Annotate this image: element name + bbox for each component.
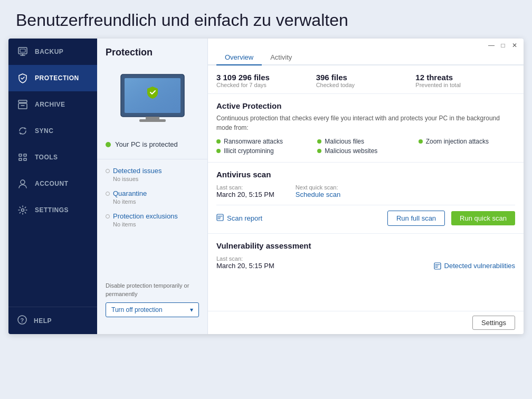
svg-rect-1 (20, 49, 25, 52)
feature-dot-malicious-websites (317, 149, 321, 153)
detected-issues-nav[interactable]: Detected issues No issues (97, 162, 207, 184)
feature-zoom-injection: Zoom injection attacks (419, 138, 515, 145)
feature-cryptomining: Illicit cryptomining (216, 147, 313, 155)
middle-panel: Protection (97, 39, 208, 334)
protection-exclusions-sub: No items (106, 221, 199, 227)
sidebar-item-account-label: Account (35, 180, 69, 187)
feature-ransomware: Ransomware attacks (216, 138, 313, 145)
sidebar-item-protection-label: Protection (35, 74, 79, 82)
stat-threats: 12 threats Prevented in total (415, 73, 515, 88)
app-container: Backup Protection Archive (8, 39, 524, 334)
feature-zoom-injection-label: Zoom injection attacks (426, 138, 489, 145)
last-scan-value: March 20, 5:15 PM (216, 191, 274, 198)
next-scan-label: Next quick scan: (296, 184, 340, 191)
sidebar-item-account[interactable]: Account (8, 170, 97, 197)
sidebar-item-tools[interactable]: Tools (8, 144, 97, 170)
settings-button[interactable]: Settings (472, 316, 515, 330)
tools-icon (17, 151, 28, 163)
sidebar-item-archive-label: Archive (35, 101, 65, 108)
help-icon: ? (17, 315, 27, 327)
svg-rect-16 (139, 119, 166, 122)
sidebar-item-help[interactable]: ? Help (8, 307, 97, 334)
feature-dot-ransomware (216, 139, 221, 144)
run-quick-scan-button[interactable]: Run quick scan (451, 211, 515, 225)
scan-report-text: Scan report (227, 214, 262, 222)
monitor-container (97, 66, 207, 138)
page-heading: Benutzerfreundlich und einfach zu verwal… (0, 0, 532, 39)
sidebar-item-settings[interactable]: Settings (8, 197, 97, 223)
protected-text: Your PC is protected (115, 140, 178, 148)
stat-files-7days-label: Checked for 7 days (216, 82, 316, 88)
turn-off-desc: Disable protection temporarily or perman… (106, 282, 199, 298)
stat-files-7days-number: 3 109 296 files (216, 73, 316, 82)
stat-files-today-number: 396 files (316, 73, 416, 82)
sidebar-item-backup[interactable]: Backup (8, 39, 97, 65)
sidebar-item-sync[interactable]: Sync (8, 118, 97, 144)
run-full-scan-button[interactable]: Run full scan (387, 211, 445, 226)
settings-icon (17, 204, 28, 216)
stat-threats-number: 12 threats (415, 73, 515, 82)
middle-title: Protection (97, 47, 207, 66)
tab-overview[interactable]: Overview (216, 49, 262, 65)
sidebar-item-archive[interactable]: Archive (8, 91, 97, 118)
vuln-last-scan-value: March 20, 5:15 PM (216, 262, 274, 270)
quarantine-label: Quarantine (113, 189, 147, 197)
stats-row: 3 109 296 files Checked for 7 days 396 f… (208, 65, 524, 94)
backup-icon (17, 46, 28, 58)
feature-ransomware-label: Ransomware attacks (224, 138, 283, 145)
vuln-scan-info: Last scan: March 20, 5:15 PM (216, 255, 274, 270)
last-scan-info: Last scan: March 20, 5:15 PM (216, 184, 274, 198)
detected-issues-sub: No issues (106, 176, 199, 182)
feature-cryptomining-label: Illicit cryptomining (224, 147, 274, 155)
nav-bullet-detected (106, 169, 110, 173)
protection-exclusions-label: Protection exclusions (113, 212, 178, 220)
next-scan-info: Next quick scan: Schedule scan (296, 184, 340, 198)
stat-threats-label: Prevented in total (415, 82, 515, 88)
detected-issues-label: Detected issues (113, 167, 162, 175)
sidebar-item-backup-label: Backup (35, 48, 63, 55)
protection-icon (17, 72, 28, 84)
vulnerability-title: Vulnerability assessment (216, 241, 515, 250)
stat-files-today: 396 files Checked today (316, 73, 416, 88)
schedule-scan-link[interactable]: Schedule scan (296, 191, 340, 198)
tabs-row: Overview Activity (208, 49, 524, 65)
sync-icon (17, 125, 28, 137)
svg-rect-4 (19, 154, 22, 156)
archive-icon (17, 99, 28, 110)
svg-rect-5 (24, 154, 26, 156)
stat-files-7days: 3 109 296 files Checked for 7 days (216, 73, 316, 88)
quarantine-sub: No items (106, 198, 199, 205)
turn-off-protection-button[interactable]: Turn off protection ▾ (106, 302, 199, 317)
tab-activity[interactable]: Activity (262, 49, 300, 65)
sidebar-item-sync-label: Sync (35, 127, 53, 135)
sidebar-item-tools-label: Tools (35, 154, 58, 161)
main-panel: — □ ✕ Overview Activity 3 109 296 files … (208, 39, 524, 334)
main-footer: Settings (208, 311, 524, 334)
feature-dot-zoom-injection (419, 139, 423, 144)
minimize-button[interactable]: — (488, 42, 495, 49)
scan-report-icon (216, 214, 224, 223)
turn-off-label: Turn off protection (111, 306, 163, 314)
svg-point-8 (21, 180, 25, 184)
antivirus-scan-title: Antivirus scan (216, 170, 515, 179)
turn-off-chevron-icon: ▾ (190, 306, 193, 314)
feature-malicious-websites: Malicious websites (317, 147, 414, 155)
sidebar-item-protection[interactable]: Protection (8, 65, 97, 91)
scan-report-link[interactable]: Scan report (216, 214, 381, 223)
window-titlebar: — □ ✕ (208, 39, 524, 49)
svg-rect-2 (18, 100, 27, 102)
protection-exclusions-nav[interactable]: Protection exclusions No items (97, 207, 207, 230)
detected-vulnerabilities-text: Detected vulnerabilities (444, 262, 515, 270)
sidebar: Backup Protection Archive (8, 39, 97, 334)
close-button[interactable]: ✕ (511, 42, 518, 49)
sidebar-item-settings-label: Settings (35, 206, 69, 214)
maximize-button[interactable]: □ (499, 42, 507, 49)
nav-bullet-quarantine (106, 192, 110, 196)
vuln-info-row: Last scan: March 20, 5:15 PM Detected vu… (216, 255, 515, 270)
turn-off-section: Disable protection temporarily or perman… (97, 277, 207, 326)
quarantine-nav[interactable]: Quarantine No items (97, 184, 207, 207)
svg-rect-6 (19, 158, 22, 160)
feature-malicious-websites-label: Malicious websites (325, 147, 377, 155)
detected-vulnerabilities-link[interactable]: Detected vulnerabilities (434, 262, 515, 270)
features-grid: Ransomware attacks Malicious files Zoom … (216, 138, 515, 155)
